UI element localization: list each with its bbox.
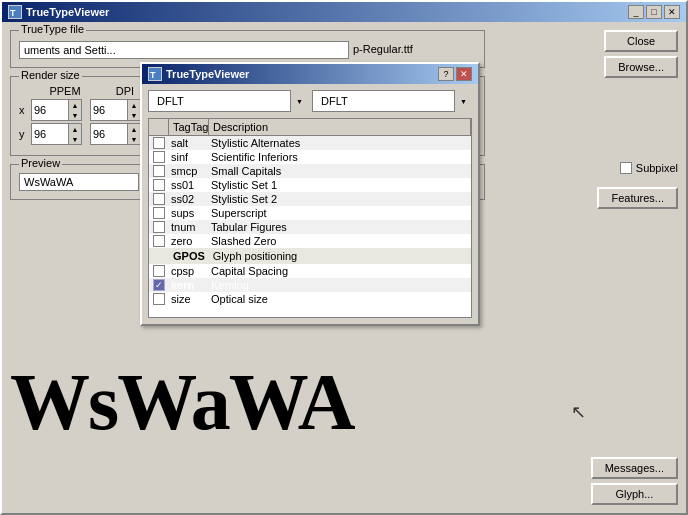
desc-cell: Stylistic Set 1 xyxy=(209,179,471,191)
desc-cell: Superscript xyxy=(209,207,471,219)
check-cell-kern xyxy=(149,279,169,291)
preview-label: Preview xyxy=(19,157,62,169)
check-cell xyxy=(149,293,169,305)
dialog-title-text: TrueTypeViewer xyxy=(166,68,249,80)
row-checkbox[interactable] xyxy=(153,151,165,163)
row-checkbox[interactable] xyxy=(153,165,165,177)
row-checkbox[interactable] xyxy=(153,293,165,305)
check-cell xyxy=(149,179,169,191)
render-size-label: Render size xyxy=(19,69,82,81)
window-controls: _ □ ✕ xyxy=(628,5,680,19)
y-label: y xyxy=(19,128,27,140)
preview-large-text: WsWaWA xyxy=(10,357,354,448)
desc-cell: Stylistic Alternates xyxy=(209,137,471,149)
row-checkbox[interactable] xyxy=(153,207,165,219)
tag-cell: salt xyxy=(169,137,209,149)
row-checkbox[interactable] xyxy=(153,221,165,233)
th-check xyxy=(149,119,169,135)
table-row: cpsp Capital Spacing xyxy=(149,264,471,278)
tag-cell: ss02 xyxy=(169,193,209,205)
x-ppem-input[interactable] xyxy=(32,100,68,120)
check-cell xyxy=(149,235,169,247)
close-main-button[interactable]: Close xyxy=(604,30,678,52)
features-table[interactable]: TagTag Description salt Stylistic Altern… xyxy=(148,118,472,318)
dropdowns-row: DFLT ▼ DFLT ▼ xyxy=(148,90,472,112)
kern-checkbox[interactable] xyxy=(153,279,165,291)
desc-cell-kern: Kerning xyxy=(209,279,471,291)
table-row: smcp Small Capitals xyxy=(149,164,471,178)
tag-cell-kern: kern xyxy=(169,279,209,291)
th-tag: TagTag xyxy=(169,119,209,135)
table-header: TagTag Description xyxy=(149,119,471,136)
y-ppem-input[interactable] xyxy=(32,124,68,144)
x-dpi-input[interactable] xyxy=(91,100,127,120)
tag-cell: sups xyxy=(169,207,209,219)
y-dpi-up[interactable]: ▲ xyxy=(128,124,140,134)
right-dropdown[interactable]: DFLT xyxy=(312,90,472,112)
main-title-bar: T TrueTypeViewer _ □ ✕ xyxy=(2,2,686,22)
desc-cell: Optical size xyxy=(209,293,471,305)
y-ppem-spinner: ▲ ▼ xyxy=(31,123,82,145)
features-dialog: T TrueTypeViewer ? ✕ DFLT ▼ xyxy=(140,62,480,326)
dialog-title-bar: T TrueTypeViewer ? ✕ xyxy=(142,64,478,84)
bottom-right-buttons: Messages... Glyph... xyxy=(591,457,678,505)
tag-cell: sinf xyxy=(169,151,209,163)
check-cell xyxy=(149,221,169,233)
messages-button[interactable]: Messages... xyxy=(591,457,678,479)
check-cell xyxy=(149,207,169,219)
table-row: sups Superscript xyxy=(149,206,471,220)
row-checkbox[interactable] xyxy=(153,235,165,247)
truetype-file-label: TrueType file xyxy=(19,23,86,35)
check-cell xyxy=(149,265,169,277)
left-dropdown[interactable]: DFLT xyxy=(148,90,308,112)
x-dpi-down[interactable]: ▼ xyxy=(128,110,140,120)
row-checkbox[interactable] xyxy=(153,193,165,205)
file-path-right: p-Regular.ttf xyxy=(353,43,413,55)
main-window-title: TrueTypeViewer xyxy=(26,6,109,18)
dialog-window-controls: ? ✕ xyxy=(438,67,472,81)
y-dpi-down[interactable]: ▼ xyxy=(128,134,140,144)
subpixel-checkbox[interactable] xyxy=(620,162,632,174)
row-checkbox[interactable] xyxy=(153,265,165,277)
preview-input[interactable] xyxy=(19,173,139,191)
minimize-button[interactable]: _ xyxy=(628,5,644,19)
dialog-title-left: T TrueTypeViewer xyxy=(148,67,249,81)
desc-cell: Slashed Zero xyxy=(209,235,471,247)
desc-cell: Capital Spacing xyxy=(209,265,471,277)
tag-cell: cpsp xyxy=(169,265,209,277)
x-ppem-up[interactable]: ▲ xyxy=(69,100,81,110)
subpixel-label: Subpixel xyxy=(636,162,678,174)
subpixel-area: Subpixel xyxy=(620,162,678,174)
table-row: ss01 Stylistic Set 1 xyxy=(149,178,471,192)
maximize-button[interactable]: □ xyxy=(646,5,662,19)
row-checkbox[interactable] xyxy=(153,137,165,149)
gpos-section-label: GPOS xyxy=(153,250,205,262)
dialog-close-button[interactable]: ✕ xyxy=(456,67,472,81)
ppem-col-header: PPEM xyxy=(39,85,91,97)
preview-text-area: WsWaWA xyxy=(10,342,470,462)
x-ppem-down[interactable]: ▼ xyxy=(69,110,81,120)
check-cell xyxy=(149,137,169,149)
check-cell xyxy=(149,151,169,163)
x-dpi-spinner: ▲ ▼ xyxy=(90,99,141,121)
y-ppem-down[interactable]: ▼ xyxy=(69,134,81,144)
glyph-button[interactable]: Glyph... xyxy=(591,483,678,505)
features-area: Features... xyxy=(597,187,678,209)
browse-button[interactable]: Browse... xyxy=(604,56,678,78)
features-button[interactable]: Features... xyxy=(597,187,678,209)
desc-cell: Scientific Inferiors xyxy=(209,151,471,163)
right-dropdown-wrapper: DFLT ▼ xyxy=(312,90,472,112)
table-row-kern: kern Kerning xyxy=(149,278,471,292)
dialog-help-button[interactable]: ? xyxy=(438,67,454,81)
close-button[interactable]: ✕ xyxy=(664,5,680,19)
y-ppem-up[interactable]: ▲ xyxy=(69,124,81,134)
x-dpi-up[interactable]: ▲ xyxy=(128,100,140,110)
row-checkbox[interactable] xyxy=(153,179,165,191)
file-path-input[interactable] xyxy=(19,41,349,59)
y-ppem-arrows: ▲ ▼ xyxy=(68,124,81,144)
table-row: zero Slashed Zero xyxy=(149,234,471,248)
x-dpi-arrows: ▲ ▼ xyxy=(127,100,140,120)
tag-cell: tnum xyxy=(169,221,209,233)
y-dpi-input[interactable] xyxy=(91,124,127,144)
table-row: ss02 Stylistic Set 2 xyxy=(149,192,471,206)
